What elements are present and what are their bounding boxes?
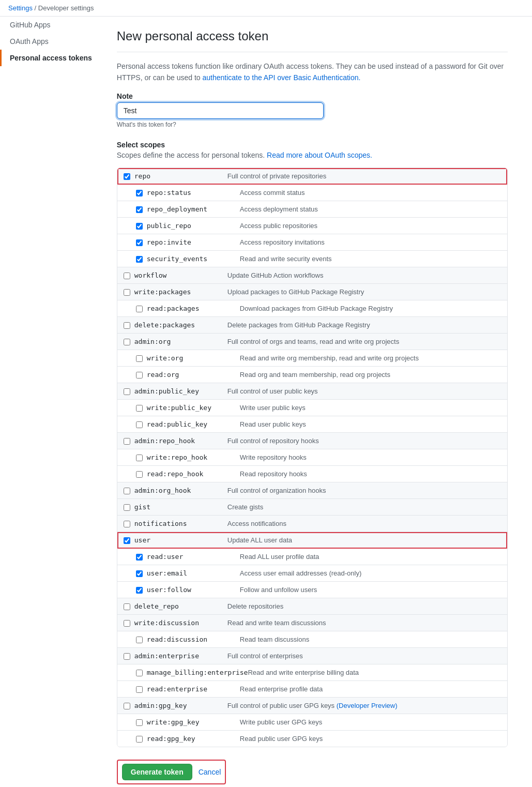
scope-row-user: user Update ALL user data: [117, 532, 507, 549]
scope-name-write-gpg-key: write:gpg_key: [147, 718, 240, 726]
scope-desc-delete-repo: Delete repositories: [227, 602, 501, 610]
scope-desc-read-org: Read org and team membership, read org p…: [240, 371, 501, 379]
scope-desc-admin-repo-hook: Full control of repository hooks: [227, 437, 501, 445]
scope-name-repo-status: repo:status: [147, 189, 240, 196]
scope-checkbox-workflow[interactable]: [124, 273, 130, 279]
scopes-title: Select scopes: [117, 141, 508, 149]
scope-checkbox-read-user[interactable]: [136, 554, 143, 561]
scope-checkbox-admin-public-key[interactable]: [124, 388, 130, 395]
scope-checkbox-read-gpg-key[interactable]: [136, 736, 143, 743]
scope-checkbox-user[interactable]: [124, 537, 130, 544]
scope-row-workflow: workflow Update GitHub Action workflows: [117, 267, 507, 284]
scope-checkbox-repo-invite[interactable]: [136, 239, 143, 246]
actions-wrapper: Generate token Cancel: [117, 760, 226, 784]
scope-checkbox-repo-deployment[interactable]: [136, 206, 143, 213]
scope-row-gist: gist Create gists: [117, 499, 507, 516]
scope-checkbox-write-public-key[interactable]: [136, 405, 143, 412]
scope-row-read-repo-hook: read:repo_hook Read repository hooks: [117, 466, 507, 482]
scope-checkbox-read-enterprise[interactable]: [136, 686, 143, 693]
scope-name-user-follow: user:follow: [147, 586, 240, 594]
scope-desc-admin-gpg-key: Full control of public user GPG keys (De…: [227, 702, 501, 709]
scope-checkbox-write-repo-hook[interactable]: [136, 455, 143, 461]
scope-row-repo: repo Full control of private repositorie…: [117, 168, 507, 185]
scope-name-admin-enterprise: admin:enterprise: [134, 652, 227, 660]
scope-row-read-public-key: read:public_key Read user public keys: [117, 416, 507, 433]
scope-name-public-repo: public_repo: [147, 222, 240, 230]
scope-desc-repo-deployment: Access deployment status: [240, 205, 501, 213]
scope-desc-security-events: Read and write security events: [240, 255, 501, 263]
scope-desc-admin-public-key: Full control of user public keys: [227, 387, 501, 395]
scope-checkbox-repo-status[interactable]: [136, 190, 143, 196]
developer-preview-badge: (Developer Preview): [337, 702, 398, 709]
scope-checkbox-admin-gpg-key[interactable]: [124, 703, 130, 709]
scope-name-write-packages: write:packages: [134, 288, 227, 296]
scope-checkbox-read-repo-hook[interactable]: [136, 471, 143, 478]
scope-name-user-email: user:email: [147, 569, 240, 577]
scope-checkbox-repo[interactable]: [124, 173, 130, 180]
sidebar-item-oauth-apps[interactable]: OAuth Apps: [0, 33, 100, 50]
scopes-table: repo Full control of private repositorie…: [117, 168, 508, 747]
scope-row-admin-public-key: admin:public_key Full control of user pu…: [117, 383, 507, 400]
scope-checkbox-read-public-key[interactable]: [136, 421, 143, 428]
scope-desc-admin-enterprise: Full control of enterprises: [227, 652, 501, 660]
scope-desc-read-packages: Download packages from GitHub Package Re…: [240, 305, 501, 312]
scope-checkbox-read-org[interactable]: [136, 372, 143, 379]
sidebar-item-github-apps[interactable]: GitHub Apps: [0, 17, 100, 33]
scope-row-read-packages: read:packages Download packages from Git…: [117, 300, 507, 317]
scope-name-read-enterprise: read:enterprise: [147, 685, 240, 693]
main-content: New personal access token Personal acces…: [100, 17, 524, 787]
description-link[interactable]: authenticate to the API over Basic Authe…: [203, 73, 361, 82]
scope-desc-read-enterprise: Read enterprise profile data: [240, 685, 501, 693]
scope-checkbox-admin-org[interactable]: [124, 339, 130, 345]
scope-desc-repo-invite: Access repository invitations: [240, 238, 501, 246]
scope-checkbox-admin-org-hook[interactable]: [124, 488, 130, 494]
scope-desc-write-public-key: Write user public keys: [240, 404, 501, 412]
scope-checkbox-manage-billing-enterprise[interactable]: [136, 670, 143, 676]
scope-name-write-repo-hook: write:repo_hook: [147, 453, 240, 461]
scope-checkbox-read-packages[interactable]: [136, 306, 143, 312]
scope-checkbox-delete-repo[interactable]: [124, 603, 130, 610]
scope-desc-gist: Create gists: [227, 503, 501, 511]
scope-checkbox-read-discussion[interactable]: [136, 637, 143, 643]
scope-name-write-org: write:org: [147, 354, 240, 362]
breadcrumb: Settings / Developer settings: [0, 0, 532, 17]
scope-checkbox-notifications[interactable]: [124, 521, 130, 527]
scope-name-workflow: workflow: [134, 271, 227, 279]
scope-checkbox-write-gpg-key[interactable]: [136, 719, 143, 726]
scope-name-read-org: read:org: [147, 371, 240, 379]
note-form-group: Note What's this token for?: [117, 92, 508, 128]
scope-checkbox-security-events[interactable]: [136, 256, 143, 263]
scope-row-admin-gpg-key: admin:gpg_key Full control of public use…: [117, 698, 507, 714]
scope-name-repo: repo: [134, 172, 227, 180]
scope-row-admin-repo-hook: admin:repo_hook Full control of reposito…: [117, 433, 507, 449]
scope-row-user-follow: user:follow Follow and unfollow users: [117, 582, 507, 598]
scope-desc-delete-packages: Delete packages from GitHub Package Regi…: [227, 321, 501, 329]
scope-row-admin-org: admin:org Full control of orgs and teams…: [117, 334, 507, 350]
scope-desc-public-repo: Access public repositories: [240, 222, 501, 230]
scope-desc-read-user: Read ALL user profile data: [240, 553, 501, 561]
scope-checkbox-public-repo[interactable]: [136, 223, 143, 230]
scope-checkbox-user-follow[interactable]: [136, 587, 143, 594]
scope-checkbox-delete-packages[interactable]: [124, 322, 130, 329]
scope-checkbox-admin-repo-hook[interactable]: [124, 438, 130, 445]
note-input[interactable]: [117, 102, 324, 119]
cancel-button[interactable]: Cancel: [199, 768, 221, 776]
scope-checkbox-admin-enterprise[interactable]: [124, 653, 130, 660]
scope-checkbox-write-org[interactable]: [136, 355, 143, 362]
scope-desc-repo: Full control of private repositories: [227, 172, 501, 180]
scope-name-read-gpg-key: read:gpg_key: [147, 735, 240, 743]
scope-checkbox-gist[interactable]: [124, 504, 130, 511]
scope-row-delete-repo: delete_repo Delete repositories: [117, 598, 507, 615]
scope-row-write-packages: write:packages Upload packages to GitHub…: [117, 284, 507, 300]
generate-token-button[interactable]: Generate token: [122, 764, 192, 780]
scope-desc-write-gpg-key: Write public user GPG keys: [240, 718, 501, 726]
scope-checkbox-user-email[interactable]: [136, 570, 143, 577]
scope-checkbox-write-packages[interactable]: [124, 289, 130, 296]
scope-row-read-gpg-key: read:gpg_key Read public user GPG keys: [117, 731, 507, 747]
scope-row-notifications: notifications Access notifications: [117, 516, 507, 532]
sidebar-item-personal-access-tokens[interactable]: Personal access tokens: [0, 50, 100, 66]
breadcrumb-settings-link[interactable]: Settings: [8, 4, 33, 12]
scopes-link[interactable]: Read more about OAuth scopes.: [267, 151, 372, 159]
scope-name-admin-public-key: admin:public_key: [134, 387, 227, 395]
scope-checkbox-write-discussion[interactable]: [124, 620, 130, 627]
